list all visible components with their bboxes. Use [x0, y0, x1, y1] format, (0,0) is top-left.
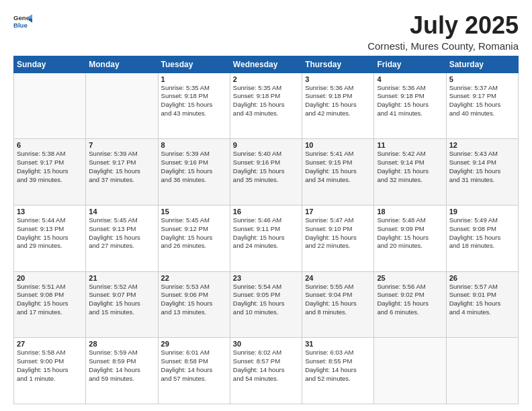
calendar-day-cell: 20Sunrise: 5:51 AM Sunset: 9:08 PM Dayli… — [14, 271, 86, 338]
calendar-week-row: 27Sunrise: 5:58 AM Sunset: 9:00 PM Dayli… — [14, 338, 519, 404]
calendar-day-cell: 1Sunrise: 5:35 AM Sunset: 9:18 PM Daylig… — [158, 73, 230, 139]
day-number: 6 — [17, 141, 83, 149]
day-number: 13 — [17, 208, 83, 216]
title-block: July 2025 Cornesti, Mures County, Romani… — [367, 12, 519, 52]
day-number: 30 — [233, 340, 299, 348]
day-info: Sunrise: 5:39 AM Sunset: 9:16 PM Dayligh… — [161, 150, 227, 184]
day-info: Sunrise: 5:53 AM Sunset: 9:06 PM Dayligh… — [161, 283, 227, 317]
calendar-day-cell: 26Sunrise: 5:57 AM Sunset: 9:01 PM Dayli… — [446, 271, 518, 338]
day-info: Sunrise: 5:54 AM Sunset: 9:05 PM Dayligh… — [233, 283, 299, 317]
day-number: 23 — [233, 274, 299, 282]
day-number: 18 — [377, 208, 443, 216]
calendar-day-cell: 29Sunrise: 6:01 AM Sunset: 8:58 PM Dayli… — [158, 338, 230, 404]
day-number: 15 — [161, 208, 227, 216]
calendar-day-cell: 8Sunrise: 5:39 AM Sunset: 9:16 PM Daylig… — [158, 139, 230, 205]
day-info: Sunrise: 5:55 AM Sunset: 9:04 PM Dayligh… — [305, 283, 371, 317]
day-number: 21 — [89, 274, 154, 282]
day-info: Sunrise: 5:41 AM Sunset: 9:15 PM Dayligh… — [305, 150, 371, 184]
day-info: Sunrise: 6:03 AM Sunset: 8:55 PM Dayligh… — [305, 349, 371, 383]
day-number: 12 — [449, 141, 515, 149]
calendar-day-cell: 14Sunrise: 5:45 AM Sunset: 9:13 PM Dayli… — [86, 205, 158, 271]
day-number: 14 — [89, 208, 154, 216]
day-number: 11 — [377, 141, 443, 149]
day-info: Sunrise: 5:45 AM Sunset: 9:13 PM Dayligh… — [89, 216, 154, 250]
page: General Blue July 2025 Cornesti, Mures C… — [0, 0, 532, 411]
day-info: Sunrise: 5:52 AM Sunset: 9:07 PM Dayligh… — [89, 283, 154, 317]
day-info: Sunrise: 5:49 AM Sunset: 9:08 PM Dayligh… — [449, 216, 515, 250]
calendar-empty-cell — [446, 338, 518, 404]
calendar-day-cell: 30Sunrise: 6:02 AM Sunset: 8:57 PM Dayli… — [230, 338, 302, 404]
calendar-week-row: 6Sunrise: 5:38 AM Sunset: 9:17 PM Daylig… — [14, 139, 519, 205]
day-info: Sunrise: 5:42 AM Sunset: 9:14 PM Dayligh… — [377, 150, 443, 184]
day-number: 19 — [449, 208, 515, 216]
calendar-header-thursday: Thursday — [302, 56, 374, 73]
calendar-header-friday: Friday — [374, 56, 446, 73]
calendar-day-cell: 21Sunrise: 5:52 AM Sunset: 9:07 PM Dayli… — [86, 271, 158, 338]
calendar-header-row: SundayMondayTuesdayWednesdayThursdayFrid… — [14, 56, 519, 73]
calendar-day-cell: 3Sunrise: 5:36 AM Sunset: 9:18 PM Daylig… — [302, 73, 374, 139]
day-number: 3 — [305, 75, 371, 83]
day-info: Sunrise: 5:39 AM Sunset: 9:17 PM Dayligh… — [89, 150, 154, 184]
day-info: Sunrise: 5:40 AM Sunset: 9:16 PM Dayligh… — [233, 150, 299, 184]
calendar-day-cell: 25Sunrise: 5:56 AM Sunset: 9:02 PM Dayli… — [374, 271, 446, 338]
calendar-week-row: 1Sunrise: 5:35 AM Sunset: 9:18 PM Daylig… — [14, 73, 519, 139]
day-number: 28 — [89, 340, 154, 348]
calendar-day-cell: 27Sunrise: 5:58 AM Sunset: 9:00 PM Dayli… — [14, 338, 86, 404]
day-info: Sunrise: 5:35 AM Sunset: 9:18 PM Dayligh… — [161, 84, 227, 118]
calendar-header-sunday: Sunday — [14, 56, 86, 73]
day-number: 24 — [305, 274, 371, 282]
calendar-day-cell: 6Sunrise: 5:38 AM Sunset: 9:17 PM Daylig… — [14, 139, 86, 205]
day-number: 20 — [17, 274, 83, 282]
calendar-day-cell: 22Sunrise: 5:53 AM Sunset: 9:06 PM Dayli… — [158, 271, 230, 338]
calendar-empty-cell — [14, 73, 86, 139]
day-number: 17 — [305, 208, 371, 216]
day-number: 9 — [233, 141, 299, 149]
logo: General Blue — [13, 12, 32, 31]
day-info: Sunrise: 5:38 AM Sunset: 9:17 PM Dayligh… — [17, 150, 83, 184]
calendar-day-cell: 15Sunrise: 5:45 AM Sunset: 9:12 PM Dayli… — [158, 205, 230, 271]
header: General Blue July 2025 Cornesti, Mures C… — [13, 12, 519, 52]
day-number: 4 — [377, 75, 443, 83]
calendar-day-cell: 16Sunrise: 5:46 AM Sunset: 9:11 PM Dayli… — [230, 205, 302, 271]
day-info: Sunrise: 5:58 AM Sunset: 9:00 PM Dayligh… — [17, 349, 83, 383]
day-number: 2 — [233, 75, 299, 83]
day-number: 1 — [161, 75, 227, 83]
calendar-table: SundayMondayTuesdayWednesdayThursdayFrid… — [13, 56, 519, 404]
day-info: Sunrise: 5:47 AM Sunset: 9:10 PM Dayligh… — [305, 216, 371, 250]
day-info: Sunrise: 5:48 AM Sunset: 9:09 PM Dayligh… — [377, 216, 443, 250]
day-info: Sunrise: 5:43 AM Sunset: 9:14 PM Dayligh… — [449, 150, 515, 184]
calendar-day-cell: 7Sunrise: 5:39 AM Sunset: 9:17 PM Daylig… — [86, 139, 158, 205]
calendar-day-cell: 24Sunrise: 5:55 AM Sunset: 9:04 PM Dayli… — [302, 271, 374, 338]
calendar-day-cell: 2Sunrise: 5:35 AM Sunset: 9:18 PM Daylig… — [230, 73, 302, 139]
logo-icon: General Blue — [13, 12, 32, 31]
day-number: 29 — [161, 340, 227, 348]
calendar-empty-cell — [86, 73, 158, 139]
day-info: Sunrise: 5:36 AM Sunset: 9:18 PM Dayligh… — [377, 84, 443, 118]
day-number: 10 — [305, 141, 371, 149]
day-number: 16 — [233, 208, 299, 216]
day-info: Sunrise: 6:02 AM Sunset: 8:57 PM Dayligh… — [233, 349, 299, 383]
day-number: 8 — [161, 141, 227, 149]
calendar-day-cell: 17Sunrise: 5:47 AM Sunset: 9:10 PM Dayli… — [302, 205, 374, 271]
day-info: Sunrise: 5:46 AM Sunset: 9:11 PM Dayligh… — [233, 216, 299, 250]
svg-text:Blue: Blue — [13, 21, 28, 29]
calendar-header-tuesday: Tuesday — [158, 56, 230, 73]
day-info: Sunrise: 5:57 AM Sunset: 9:01 PM Dayligh… — [449, 283, 515, 317]
day-number: 22 — [161, 274, 227, 282]
day-info: Sunrise: 5:44 AM Sunset: 9:13 PM Dayligh… — [17, 216, 83, 250]
calendar-day-cell: 28Sunrise: 5:59 AM Sunset: 8:59 PM Dayli… — [86, 338, 158, 404]
calendar-day-cell: 4Sunrise: 5:36 AM Sunset: 9:18 PM Daylig… — [374, 73, 446, 139]
day-info: Sunrise: 5:37 AM Sunset: 9:17 PM Dayligh… — [449, 84, 515, 118]
calendar-day-cell: 31Sunrise: 6:03 AM Sunset: 8:55 PM Dayli… — [302, 338, 374, 404]
calendar-day-cell: 12Sunrise: 5:43 AM Sunset: 9:14 PM Dayli… — [446, 139, 518, 205]
calendar-day-cell: 11Sunrise: 5:42 AM Sunset: 9:14 PM Dayli… — [374, 139, 446, 205]
calendar-day-cell: 23Sunrise: 5:54 AM Sunset: 9:05 PM Dayli… — [230, 271, 302, 338]
calendar-header-wednesday: Wednesday — [230, 56, 302, 73]
calendar-day-cell: 19Sunrise: 5:49 AM Sunset: 9:08 PM Dayli… — [446, 205, 518, 271]
calendar-week-row: 20Sunrise: 5:51 AM Sunset: 9:08 PM Dayli… — [14, 271, 519, 338]
day-info: Sunrise: 6:01 AM Sunset: 8:58 PM Dayligh… — [161, 349, 227, 383]
calendar-empty-cell — [374, 338, 446, 404]
location-subtitle: Cornesti, Mures County, Romania — [367, 40, 519, 52]
month-title: July 2025 — [367, 12, 519, 39]
day-number: 31 — [305, 340, 371, 348]
